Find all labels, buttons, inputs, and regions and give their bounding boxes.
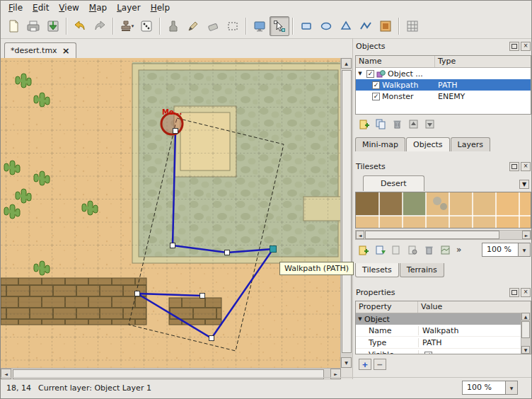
path-vertex[interactable] <box>170 243 175 248</box>
scroll-down-icon[interactable]: ▼ <box>521 346 530 354</box>
tileset-hscroll-thumb[interactable] <box>365 231 499 239</box>
path-vertex[interactable] <box>225 250 230 255</box>
path-vertex[interactable] <box>173 129 178 134</box>
property-value[interactable]: Walkpath <box>418 326 531 335</box>
dock-close-button[interactable]: × <box>521 288 531 297</box>
canvas-vscrollbar[interactable]: ▲ ▼ <box>340 58 352 368</box>
scroll-up-icon[interactable]: ▲ <box>341 58 352 69</box>
property-row-type[interactable]: Type PATH <box>356 337 531 349</box>
property-value[interactable]: PATH <box>418 338 531 347</box>
scroll-right-icon[interactable]: ► <box>522 231 531 239</box>
object-group-row[interactable]: ▼ ✓ Object ... <box>356 68 531 79</box>
tileset-tab-menu-button[interactable]: ▼ <box>519 180 529 189</box>
tab-tilesets[interactable]: Tilesets <box>355 263 399 277</box>
dropdown-icon[interactable]: ▼ <box>518 243 530 256</box>
vscroll-thumb[interactable] <box>342 70 352 353</box>
menu-file[interactable]: File <box>4 2 28 13</box>
stamp-tool-button[interactable] <box>163 16 183 36</box>
properties-scroll-thumb[interactable] <box>521 321 530 338</box>
path-vertex-selected[interactable] <box>270 246 277 253</box>
edit-terrain-button[interactable] <box>438 243 452 257</box>
visible-checkbox[interactable]: ✓ <box>424 352 432 355</box>
map-view[interactable]: Mo... <box>1 58 341 368</box>
scroll-up-icon[interactable]: ▲ <box>521 313 530 320</box>
redo-button[interactable] <box>90 16 110 36</box>
path-vertex[interactable] <box>200 294 205 299</box>
tab-minimap[interactable]: Mini-map <box>355 137 405 151</box>
insert-polygon-button[interactable] <box>336 16 356 36</box>
toolbar-overflow-button[interactable]: » <box>454 245 463 255</box>
fill-tool-button[interactable] <box>183 16 203 36</box>
property-group-row[interactable]: ▼ Object <box>356 313 531 325</box>
duplicate-object-button[interactable] <box>374 117 388 131</box>
monster-row[interactable]: ✓ Monster ENEMY <box>356 91 531 102</box>
walkpath-visible-checkbox[interactable]: ✓ <box>372 81 380 89</box>
add-object-layer-button[interactable] <box>357 117 371 131</box>
tab-layers[interactable]: Layers <box>451 137 490 151</box>
open-button[interactable] <box>23 16 43 36</box>
highlight-layer-button[interactable] <box>250 16 270 36</box>
insert-rectangle-button[interactable] <box>296 16 316 36</box>
dock-float-button[interactable] <box>509 42 519 51</box>
expander-icon[interactable]: ▼ <box>356 316 364 322</box>
menu-help[interactable]: Help <box>146 2 175 13</box>
statusbar-zoom-combo[interactable]: 100 % ▼ <box>462 381 518 395</box>
dock-close-button[interactable]: × <box>521 42 531 51</box>
menu-view[interactable]: View <box>54 2 83 13</box>
rect-select-tool-button[interactable] <box>223 16 243 36</box>
dock-float-button[interactable] <box>509 288 519 297</box>
edit-polygons-button[interactable] <box>270 16 289 36</box>
tileset-hscrollbar[interactable]: ◄ ► <box>355 230 531 240</box>
monster-visible-checkbox[interactable]: ✓ <box>372 93 380 100</box>
new-button[interactable] <box>4 16 23 36</box>
lower-object-button[interactable] <box>422 117 436 131</box>
dock-close-button[interactable]: × <box>521 162 531 171</box>
menu-layer[interactable]: Layer <box>112 2 145 13</box>
raise-object-button[interactable] <box>406 117 420 131</box>
tab-objects[interactable]: Objects <box>406 137 450 151</box>
remove-object-button[interactable] <box>390 117 404 131</box>
remove-property-button[interactable]: − <box>374 359 386 370</box>
property-row-visible[interactable]: Visible ✓ <box>356 349 531 354</box>
path-vertex[interactable] <box>135 291 140 296</box>
monster-object[interactable] <box>161 113 183 134</box>
export-tileset-button[interactable] <box>389 243 403 257</box>
properties-vscrollbar[interactable]: ▲ ▼ <box>521 313 531 354</box>
dropdown-icon[interactable]: ▼ <box>505 381 517 394</box>
map-canvas[interactable]: Mo... Walkpath (PATH) <box>1 58 341 368</box>
column-value[interactable]: Value <box>418 301 531 313</box>
tab-close-icon[interactable]: × <box>62 47 70 54</box>
column-name[interactable]: Name <box>356 56 435 67</box>
column-property[interactable]: Property <box>356 301 418 313</box>
undo-button[interactable] <box>70 16 90 36</box>
tileset-properties-button[interactable] <box>405 243 420 257</box>
menu-edit[interactable]: Edit <box>28 2 54 13</box>
save-button[interactable] <box>43 16 63 36</box>
column-type[interactable]: Type <box>435 56 531 67</box>
tab-desert-tileset[interactable]: Desert <box>363 175 424 191</box>
walkpath-row[interactable]: ✓ Walkpath PATH <box>356 79 531 91</box>
stamp-brush-button[interactable]: ▼ <box>117 16 137 36</box>
scroll-down-icon[interactable]: ▼ <box>341 357 352 368</box>
scroll-left-icon[interactable]: ◄ <box>356 231 364 239</box>
insert-tile-button[interactable] <box>376 16 395 36</box>
group-visible-checkbox[interactable]: ✓ <box>366 70 374 78</box>
tileset-zoom-combo[interactable]: 100 % ▼ <box>482 243 531 257</box>
tab-terrains[interactable]: Terrains <box>400 263 444 277</box>
add-property-button[interactable]: + <box>359 359 371 370</box>
insert-polyline-button[interactable] <box>356 16 376 36</box>
menu-map[interactable]: Map <box>84 2 112 13</box>
import-tileset-button[interactable] <box>373 243 387 257</box>
expander-icon[interactable]: ▼ <box>356 71 364 76</box>
stamp-dropdown-caret-icon[interactable]: ▼ <box>131 24 135 28</box>
grid-button[interactable] <box>403 16 422 36</box>
path-vertex[interactable] <box>209 336 214 341</box>
tileset-preview[interactable] <box>356 192 531 228</box>
property-row-name[interactable]: Name Walkpath <box>356 325 531 337</box>
remove-tileset-button[interactable] <box>422 243 436 257</box>
random-mode-button[interactable] <box>137 16 156 36</box>
dock-float-button[interactable] <box>509 162 519 171</box>
insert-ellipse-button[interactable] <box>316 16 336 36</box>
tileset-view[interactable] <box>355 192 531 229</box>
document-tab[interactable]: *desert.tmx × <box>4 42 76 58</box>
